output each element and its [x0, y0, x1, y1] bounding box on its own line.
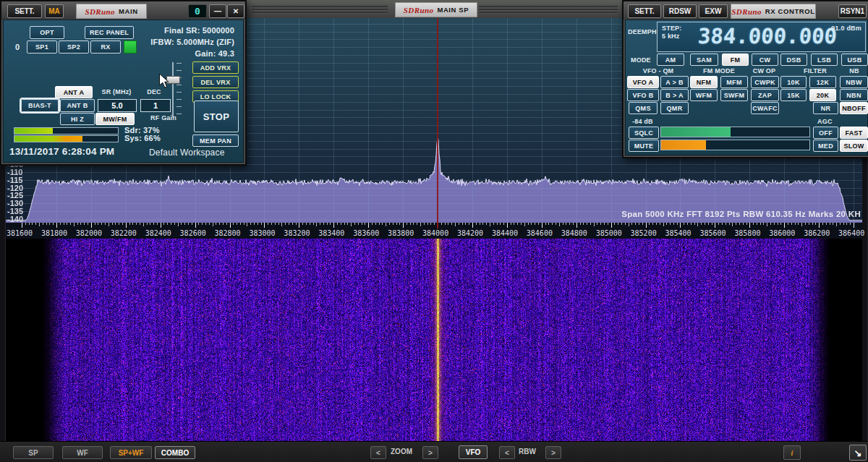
combo-view-button[interactable]: COMBO [155, 446, 195, 459]
mode-usb-button[interactable]: USB [841, 54, 868, 66]
zoom-out-button[interactable]: < [370, 446, 386, 459]
dec-value-field[interactable]: 1 [140, 99, 171, 112]
agc-fast-button[interactable]: FAST [840, 127, 868, 139]
frequency-value: 384.000.000 [694, 24, 841, 48]
info-button[interactable]: i [783, 445, 801, 460]
rx-panel-title: SDRuno RX CONTROL [731, 4, 816, 19]
rbw-down-button[interactable]: < [499, 446, 515, 459]
nfm-button[interactable]: NFM [690, 76, 718, 88]
b-to-a-button[interactable]: B > A [660, 89, 689, 101]
mode-dsb-button[interactable]: DSB [780, 54, 807, 66]
main-sp-title: SDRuno MAIN SP [395, 2, 477, 17]
waterfall-display[interactable] [6, 239, 862, 441]
rsyn1-button[interactable]: RSYN1 [838, 4, 867, 18]
filter-10k-button[interactable]: 10K [780, 76, 807, 88]
rx-button[interactable]: RX [90, 40, 121, 54]
vfo-b-button[interactable]: VFO B [627, 89, 659, 101]
rbw-up-button[interactable]: > [545, 446, 561, 459]
cwafc-button[interactable]: CWAFC [751, 102, 779, 114]
freq-axis-label: 386200 [804, 229, 830, 237]
agc-off-button[interactable]: OFF [813, 127, 838, 139]
ant-b-button[interactable]: ANT B [60, 99, 95, 112]
sr-value-field[interactable]: 5.0 [98, 99, 137, 112]
freq-axis-label: 385800 [734, 229, 760, 237]
mode-am-button[interactable]: AM [657, 54, 684, 66]
cwpk-button[interactable]: CWPK [751, 76, 779, 88]
add-vrx-button[interactable]: ADD VRX [192, 61, 239, 74]
filter-20k-button[interactable]: 20K [809, 89, 836, 101]
freq-axis-label: 385600 [699, 229, 726, 237]
freq-axis-label: 384200 [457, 229, 483, 237]
vfo-button[interactable]: VFO [459, 445, 488, 459]
rx-control-panel: SETT. RDSW EXW SDRuno RX CONTROL RSYN1 D… [622, 0, 868, 158]
zoom-in-button[interactable]: > [422, 446, 438, 459]
mute-button[interactable]: MUTE [629, 140, 659, 152]
audio-level-label: -84 dB [632, 118, 653, 125]
wf-view-button[interactable]: WF [62, 446, 103, 459]
frequency-axis: 3816003818003820003822003824003826003828… [6, 223, 862, 239]
swfm-button[interactable]: SWFM [720, 89, 748, 101]
sys-usage-fill [14, 136, 82, 142]
mw-fm-button[interactable]: MW/FM [95, 113, 135, 125]
freq-axis-label: 385200 [631, 229, 657, 237]
sp-view-button[interactable]: SP [13, 446, 54, 459]
sp1-button[interactable]: SP1 [27, 40, 57, 54]
del-vrx-button[interactable]: DEL VRX [192, 76, 239, 88]
nbw-button[interactable]: NBW [840, 76, 868, 88]
nr-button[interactable]: NR [813, 102, 838, 114]
resize-corner-button[interactable]: ↘ [849, 445, 867, 461]
main-sp-title-label: MAIN SP [437, 6, 469, 14]
filter-15k-button[interactable]: 15K [780, 89, 807, 101]
exw-button[interactable]: EXW [699, 4, 728, 18]
db-axis-label: -140 [7, 215, 23, 223]
main-panel-titlebar[interactable]: SETT. MA SDRuno MAIN 0 — ✕ [1, 1, 245, 20]
ant-a-button[interactable]: ANT A [55, 86, 93, 98]
freq-axis-label: 384000 [422, 229, 448, 237]
mode-fm-button[interactable]: FM [722, 54, 749, 66]
stop-button[interactable]: STOP [194, 100, 239, 132]
sp-wf-view-button[interactable]: SP+WF [110, 446, 152, 459]
nbn-button[interactable]: NBN [840, 89, 868, 101]
wfm-button[interactable]: WFM [690, 89, 718, 101]
agc-slow-button[interactable]: SLOW [840, 140, 868, 152]
qms-button[interactable]: QMS [629, 102, 658, 114]
agc-med-button[interactable]: MED [813, 140, 838, 152]
mode-cw-button[interactable]: CW [752, 54, 778, 66]
zap-button[interactable]: ZAP [751, 89, 779, 101]
sp2-button[interactable]: SP2 [59, 40, 89, 54]
freq-axis-label: 385000 [596, 229, 622, 237]
main-panel-title: SDRuno MAIN [76, 4, 147, 19]
rx-panel-titlebar[interactable]: SETT. RDSW EXW SDRuno RX CONTROL RSYN1 [624, 1, 868, 20]
opt-button[interactable]: OPT [30, 26, 64, 39]
freq-axis-label: 382400 [145, 229, 171, 237]
qmr-button[interactable]: QMR [660, 102, 689, 114]
nboff-button[interactable]: NBOFF [840, 102, 868, 114]
mem-pan-button[interactable]: MEM PAN [192, 134, 239, 147]
vfo-a-button[interactable]: VFO A [627, 76, 659, 88]
mfm-button[interactable]: MFM [720, 76, 748, 88]
zoom-label: ZOOM [391, 448, 412, 455]
volume-level-bar[interactable] [660, 140, 810, 150]
bias-t-button[interactable]: BIAS-T [21, 99, 59, 112]
rdsw-button[interactable]: RDSW [663, 4, 697, 18]
ma-button[interactable]: MA [45, 4, 64, 18]
freq-axis-label: 384400 [492, 229, 518, 237]
close-button[interactable]: ✕ [227, 4, 244, 18]
sqlc-button[interactable]: SQLC [629, 127, 659, 139]
mode-lsb-button[interactable]: LSB [811, 54, 838, 66]
titlebar-grip-left [252, 4, 388, 14]
vrx-count-display: 0 [188, 4, 207, 18]
minimize-button[interactable]: — [209, 4, 226, 18]
mode-sam-button[interactable]: SAM [690, 54, 718, 66]
rx-panel-body: DEEMPH STEP: 5 kHz 384.000.000 -91.0 dBm… [625, 20, 868, 155]
a-to-b-button[interactable]: A > B [660, 76, 689, 88]
freq-axis-label: 382200 [111, 229, 137, 237]
main-sett-button[interactable]: SETT. [7, 4, 42, 18]
squelch-level-bar[interactable] [660, 127, 810, 137]
hi-z-button[interactable]: HI Z [60, 113, 95, 125]
filter-12k-button[interactable]: 12K [809, 76, 836, 88]
rx-sett-button[interactable]: SETT. [628, 4, 661, 18]
rbw-label: RBW [519, 448, 536, 455]
sdr-usage-fill [14, 128, 53, 134]
frequency-display[interactable]: STEP: 5 kHz 384.000.000 -91.0 dBm [657, 22, 866, 52]
